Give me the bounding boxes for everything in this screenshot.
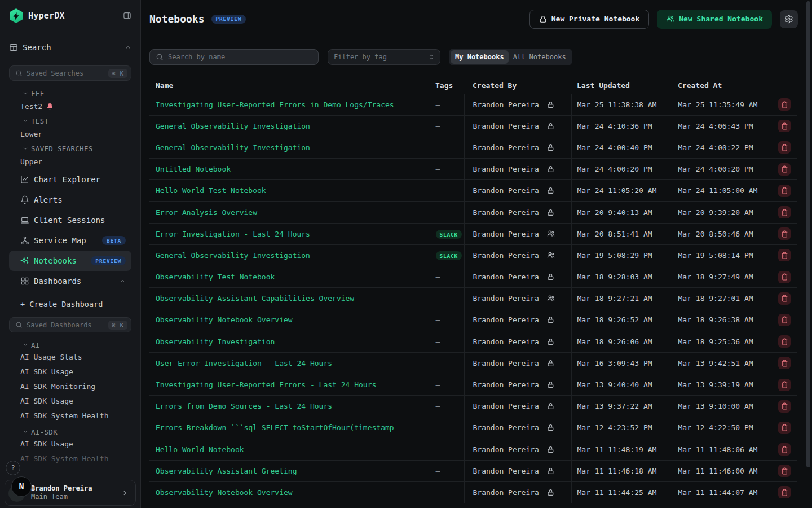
saved-searches-input[interactable]: Saved Searches ⌘ K	[9, 65, 131, 81]
search-by-name-input[interactable]: Search by name	[149, 49, 319, 65]
sidebar-item-dashboards[interactable]: Dashboards	[9, 271, 131, 291]
app: HyperDX Search Saved Search	[0, 0, 812, 508]
notebook-name-link[interactable]: Observability Notebook Overview	[149, 481, 430, 503]
delete-notebook-button[interactable]	[778, 163, 791, 176]
new-shared-notebook-button[interactable]: New Shared Notebook	[657, 10, 772, 29]
delete-notebook-button[interactable]	[778, 486, 791, 498]
notebook-name-link[interactable]: General Observability Investigation	[149, 244, 430, 266]
notebook-name-link[interactable]: Observability Investigation	[149, 331, 430, 352]
scrollbar-thumb[interactable]	[806, 1, 810, 467]
logo[interactable]: HyperDX	[9, 8, 65, 23]
notebook-name-link[interactable]: Errors from Demo Sources - Last 24 Hours	[149, 396, 430, 417]
create-dashboard-button[interactable]: + Create Dashboard	[9, 298, 131, 310]
chevron-up-icon[interactable]	[125, 44, 131, 51]
notebook-name-link[interactable]: General Observability Investigation	[149, 137, 430, 158]
tag-badge: SLACK	[436, 251, 462, 260]
chevron-up-icon[interactable]	[119, 278, 126, 284]
sidebar-item-search[interactable]: Search	[9, 38, 131, 57]
actions-cell	[771, 352, 797, 374]
delete-notebook-button[interactable]	[778, 292, 791, 305]
delete-notebook-button[interactable]	[778, 335, 791, 348]
help-button[interactable]: ?	[6, 461, 20, 475]
table-row: General Observability Investigation — Br…	[149, 137, 797, 158]
notebook-name-link[interactable]: Hello World Notebook	[149, 439, 430, 460]
dashboard-label: AI SDK Usage	[20, 397, 73, 405]
dashboard-item[interactable]: AI SDK Usage	[9, 393, 131, 408]
delete-notebook-button[interactable]	[778, 379, 791, 391]
delete-notebook-button[interactable]	[778, 400, 791, 413]
filter-by-tag-select[interactable]: Filter by tag	[328, 49, 440, 65]
notebook-name-link[interactable]: Error Investigation - Last 24 Hours	[149, 223, 430, 244]
sidebar-item-chart-explorer[interactable]: Chart Explorer	[9, 169, 131, 190]
delete-notebook-button[interactable]	[778, 422, 791, 434]
notebook-created-at: Mar 18 9:25:36 AM	[670, 331, 771, 352]
notebook-name-link[interactable]: Untitled Notebook	[149, 159, 430, 180]
delete-notebook-button[interactable]	[778, 227, 791, 240]
dashboard-item[interactable]: AI SDK Monitoring	[9, 379, 131, 393]
delete-notebook-button[interactable]	[778, 120, 791, 132]
saved-dashboards-input[interactable]: Saved Dashboards ⌘ K	[9, 317, 131, 332]
sidebar-item-service-map[interactable]: Service Map BETA	[9, 230, 131, 251]
sidebar-item-alerts[interactable]: Alerts	[9, 190, 131, 210]
notebook-name-link[interactable]: General Observability Investigation	[149, 115, 430, 137]
search-group-fff[interactable]: FFF	[9, 89, 131, 98]
search-group-saved-searches[interactable]: SAVED SEARCHES	[9, 144, 131, 153]
search-group-test[interactable]: TEST	[9, 116, 131, 125]
notebook-tags: —	[430, 374, 464, 395]
user-card[interactable]: N Brandon Pereira Main Team	[5, 480, 136, 506]
notebook-name-link[interactable]: Investigating User-Reported Errors - Las…	[149, 374, 430, 395]
delete-notebook-button[interactable]	[778, 249, 791, 261]
notebook-created-at: Mar 24 4:06:43 PM	[670, 115, 771, 137]
table-row: Observability Assistant Capabilities Ove…	[149, 288, 797, 309]
new-private-notebook-button[interactable]: New Private Notebook	[529, 10, 650, 29]
notebook-name-link[interactable]: Observability Test Notebook	[149, 266, 430, 288]
notebook-created-at: Mar 20 8:50:46 AM	[670, 223, 771, 244]
table-row: User Error Investigation - Last 24 Hours…	[149, 352, 797, 374]
notebook-name-link[interactable]: Investigating User-Reported Errors in De…	[149, 94, 430, 115]
nav-label: Dashboards	[34, 277, 81, 286]
delete-notebook-button[interactable]	[778, 443, 791, 456]
table-row: General Observability Investigation — Br…	[149, 115, 797, 137]
dashboard-label: AI SDK System Health	[20, 411, 109, 420]
notebook-created-at: Mar 11 11:46:00 AM	[670, 460, 771, 481]
delete-notebook-button[interactable]	[778, 465, 791, 477]
delete-notebook-button[interactable]	[778, 206, 791, 218]
notebook-name-link[interactable]: Errors Breakdown ```sql SELECT toStartOf…	[149, 417, 430, 439]
dashboard-item[interactable]: AI SDK System Health	[9, 408, 131, 423]
saved-search-item-test2[interactable]: Test2	[9, 100, 131, 112]
notebook-name-link[interactable]: Observability Assistant Capabilities Ove…	[149, 288, 430, 309]
sidebar-footer: ? N Brandon Pereira Main Team	[0, 458, 140, 508]
dashboard-item[interactable]: AI SDK Usage	[9, 364, 131, 379]
notebook-name-link[interactable]: Observability Notebook Overview	[149, 309, 430, 331]
sidebar-collapse-icon[interactable]	[123, 11, 131, 20]
notebook-name-link[interactable]: Error Analysis Overview	[149, 202, 430, 223]
dashboard-item[interactable]: AI SDK Usage	[9, 436, 131, 451]
notebook-name-link[interactable]: Hello World Test Notebook	[149, 180, 430, 202]
delete-notebook-button[interactable]	[778, 271, 791, 283]
notebook-name-link[interactable]: Observability Assistant Greeting	[149, 460, 430, 481]
sidebar-item-notebooks[interactable]: Notebooks PREVIEW	[9, 251, 131, 271]
notebook-name-link[interactable]: User Error Investigation - Last 24 Hours	[149, 352, 430, 374]
nav-label: Chart Explorer	[34, 175, 100, 184]
saved-search-item-lower[interactable]: Lower	[9, 128, 131, 139]
notebook-last-updated: Mar 12 4:23:52 PM	[571, 417, 670, 439]
delete-notebook-button[interactable]	[778, 357, 791, 369]
delete-notebook-button[interactable]	[778, 98, 791, 111]
dashboard-label: AI SDK Usage	[20, 367, 73, 376]
delete-notebook-button[interactable]	[778, 185, 791, 197]
tab-my-notebooks[interactable]: My Notebooks	[451, 50, 509, 64]
user-name: Brandon Pereira	[31, 484, 121, 493]
create-dashboard-label: + Create Dashboard	[20, 300, 103, 309]
settings-button[interactable]	[780, 10, 798, 28]
saved-search-item-upper[interactable]: Upper	[9, 156, 131, 167]
main-nav: Chart Explorer Alerts Client Sessions	[9, 169, 131, 291]
notebook-created-at: Mar 12 4:22:50 PM	[670, 417, 771, 439]
dashboard-group-ai[interactable]: AI	[9, 340, 131, 349]
dashboard-item[interactable]: AI Usage Stats	[9, 349, 131, 364]
delete-notebook-button[interactable]	[778, 314, 791, 326]
dashboard-group-ai-sdk[interactable]: AI-SDK	[9, 427, 131, 436]
actions-cell	[771, 159, 797, 180]
delete-notebook-button[interactable]	[778, 141, 791, 154]
tab-all-notebooks[interactable]: All Notebooks	[509, 50, 571, 64]
sidebar-item-client-sessions[interactable]: Client Sessions	[9, 210, 131, 230]
